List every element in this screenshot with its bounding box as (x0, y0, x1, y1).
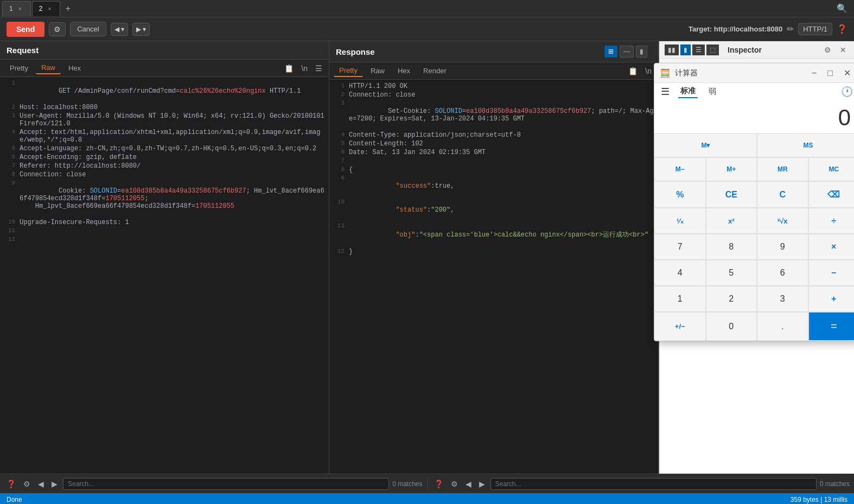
cancel-button[interactable]: Cancel (70, 22, 106, 36)
response-content: 1 HTTP/1.1 200 OK 2 Connection: close 3 … (329, 80, 658, 474)
request-search-input[interactable] (63, 478, 389, 490)
response-back-button[interactable]: ◀ (463, 479, 474, 489)
calc-btn-mv[interactable]: M▾ (654, 133, 757, 157)
calc-btn-9[interactable]: 9 (757, 234, 808, 260)
tab-request-raw[interactable]: Raw (36, 62, 61, 74)
response-copy-icon[interactable]: 📋 (626, 66, 640, 76)
calc-btn-mplus[interactable]: M+ (706, 157, 757, 181)
inspector-settings-button[interactable]: ⚙ (822, 44, 833, 55)
response-line-2: 2 Connection: close (329, 91, 658, 99)
tab-add-button[interactable]: + (61, 2, 74, 15)
calc-btn-multiply[interactable]: × (808, 234, 855, 260)
request-line-7: 7 Referer: http://localhost:8080/ (0, 162, 329, 170)
inspector-view-btn-4[interactable]: ⬚ (706, 44, 719, 55)
send-options-button[interactable]: ⚙ (49, 22, 66, 36)
help-button[interactable]: ❓ (837, 24, 847, 34)
calc-btn-8[interactable]: 8 (706, 234, 757, 260)
inspector-view-btn-1[interactable]: ▮▮ (665, 44, 679, 55)
request-settings-button[interactable]: ⚙ (21, 479, 33, 489)
calc-btn-4[interactable]: 4 (654, 260, 706, 286)
nav-next-button[interactable]: ▶ ▾ (132, 23, 150, 36)
calc-btn-square[interactable]: x² (706, 208, 757, 234)
tab-response-hex[interactable]: Hex (392, 65, 416, 76)
response-search-input[interactable] (490, 478, 817, 490)
calc-btn-1[interactable]: 1 (654, 286, 706, 312)
response-title: Response (336, 47, 604, 56)
inspector-view-btn-2[interactable]: ▮ (680, 44, 691, 55)
calc-btn-7[interactable]: 7 (654, 234, 706, 260)
calc-btn-mc[interactable]: MC (808, 157, 855, 181)
request-forward-button[interactable]: ▶ (49, 479, 60, 489)
view-btn-vert[interactable]: ▮ (636, 46, 647, 58)
response-line-11: 11 "obj":"<span class='blue'>calc&&echo … (329, 222, 658, 247)
calc-btn-0[interactable]: 0 (706, 312, 757, 341)
tab-2-close[interactable]: × (46, 5, 53, 12)
calc-btn-3[interactable]: 3 (757, 286, 808, 312)
calc-btn-divide[interactable]: ÷ (808, 208, 855, 234)
calc-minimize-button[interactable]: − (808, 67, 820, 79)
send-button[interactable]: Send (7, 22, 44, 37)
request-match-count: 0 matches (392, 480, 422, 488)
calc-btn-6[interactable]: 6 (757, 260, 808, 286)
view-btn-grid[interactable]: ⊞ (604, 46, 617, 58)
view-btn-horiz[interactable]: — (620, 46, 634, 58)
calc-btn-percent[interactable]: % (654, 181, 706, 208)
nav-prev-button[interactable]: ◀ ▾ (111, 23, 128, 36)
view-buttons: ⊞ — ▮ (604, 46, 647, 58)
search-icon[interactable]: 🔍 (832, 1, 852, 16)
edit-target-button[interactable]: ✏ (787, 24, 794, 34)
status-right: 359 bytes | 13 millis (791, 496, 847, 503)
calc-btn-add[interactable]: + (808, 286, 855, 312)
calc-maximize-button[interactable]: □ (824, 67, 836, 79)
calc-btn-mminus[interactable]: M− (654, 157, 706, 181)
calc-btn-mr[interactable]: MR (757, 157, 808, 181)
response-help-button[interactable]: ❓ (432, 479, 445, 489)
calc-btn-2[interactable]: 2 (706, 286, 757, 312)
calc-btn-equals[interactable]: = (808, 312, 855, 341)
request-wrap-icon[interactable]: \n (299, 63, 310, 74)
inspector-view-btn-3[interactable]: ☰ (692, 44, 705, 55)
tab-1-close[interactable]: × (16, 5, 24, 12)
calc-btn-backspace[interactable]: ⌫ (808, 181, 855, 208)
calc-btn-ms[interactable]: MS (757, 133, 854, 157)
tab-1[interactable]: 1 × (2, 1, 31, 16)
response-line-7: 7 (329, 157, 658, 165)
response-match-count: 0 matches (820, 480, 850, 488)
request-help-button[interactable]: ❓ (4, 479, 18, 489)
request-copy-icon[interactable]: 📋 (282, 63, 296, 74)
calc-btn-negate[interactable]: +/− (654, 312, 706, 341)
calc-btn-5[interactable]: 5 (706, 260, 757, 286)
tab-request-hex[interactable]: Hex (63, 62, 86, 74)
calculator-menu-icon[interactable]: ☰ (661, 86, 670, 98)
request-title: Request (7, 46, 39, 55)
request-back-button[interactable]: ◀ (36, 479, 46, 489)
tab-2[interactable]: 2 × (32, 1, 61, 16)
calc-btn-ce[interactable]: CE (706, 181, 757, 208)
tab-response-raw[interactable]: Raw (365, 65, 390, 76)
tab-response-pretty[interactable]: Pretty (334, 65, 363, 77)
inspector-view-buttons: ▮▮ ▮ ☰ ⬚ (665, 44, 719, 55)
calc-btn-sqrt[interactable]: ²√x (757, 208, 808, 234)
calculator-menu-standard[interactable]: 标准 (678, 85, 698, 98)
request-line-12: 12 (0, 235, 329, 244)
calc-btn-subtract[interactable]: − (808, 260, 855, 286)
tab-request-pretty[interactable]: Pretty (4, 62, 34, 74)
response-forward-button[interactable]: ▶ (477, 479, 487, 489)
calculator: 🧮 计算器 − □ ✕ ☰ 标准 弱 🕐 0 M▾MSM−M+MRMC % CE… (654, 63, 854, 341)
main-content: Request Pretty Raw Hex 📋 \n ☰ 1 GET /Adm… (0, 41, 854, 474)
bottom-bar: ❓ ⚙ ◀ ▶ 0 matches ❓ ⚙ ◀ ▶ 0 matches (0, 474, 854, 493)
calculator-menu-weak[interactable]: 弱 (706, 86, 718, 98)
calculator-history-button[interactable]: 🕐 (841, 86, 853, 98)
tab-response-render[interactable]: Render (418, 65, 452, 76)
calc-btn-c[interactable]: C (757, 181, 808, 208)
request-pane-header: Request (0, 41, 329, 60)
calc-btn-reciprocal[interactable]: ¹⁄ₓ (654, 208, 706, 234)
inspector-close-button[interactable]: ✕ (838, 44, 849, 55)
response-settings-button[interactable]: ⚙ (449, 479, 460, 489)
request-more-icon[interactable]: ☰ (313, 63, 324, 74)
response-line-10: 10 "status":"200", (329, 198, 658, 222)
response-wrap-icon[interactable]: \n (643, 66, 654, 76)
calc-close-button[interactable]: ✕ (840, 67, 854, 79)
status-left: Done (7, 496, 22, 503)
calc-btn-decimal[interactable]: . (757, 312, 808, 341)
